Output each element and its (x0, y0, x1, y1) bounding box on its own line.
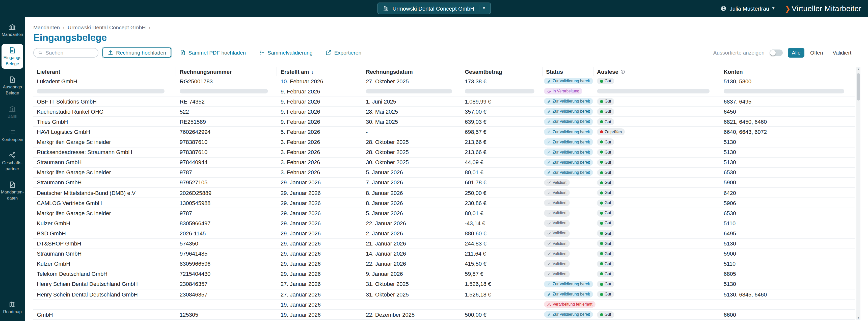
column-header-rechnungsdatum[interactable]: Rechnungsdatum (362, 67, 461, 76)
column-label: Konten (724, 68, 743, 75)
status-label: Zur Validierung bereit (553, 119, 590, 124)
table-row[interactable]: Markgr ifen Garage Sc ineider9783876103.… (33, 137, 856, 147)
column-header-auslese[interactable]: Auslese (593, 67, 720, 76)
table-row[interactable]: Deutscher Mittelstands-Bund (DMB) e.V202… (33, 188, 856, 198)
cell-gesamtbetrag (461, 89, 542, 93)
column-header-rechnungsnummer[interactable]: Rechnungsnummer (176, 67, 277, 76)
green-dot-icon (600, 191, 603, 194)
filter-offen-button[interactable]: Offen (806, 48, 827, 57)
cell-auslese: Gut (593, 179, 720, 186)
table-row[interactable]: BSD GmbH2026-114529. Januar 20262. Janua… (33, 229, 856, 239)
sidebar-item-mandanten[interactable]: Mandanten (1, 21, 23, 39)
column-label: Lieferant (37, 68, 60, 75)
status-badge: Zur Validierung bereit (544, 139, 593, 145)
cell-status: Zur Validierung bereit (542, 311, 593, 318)
loading-placeholder (465, 89, 534, 93)
table-row[interactable]: Markgr ifen Garage Sc ineider978729. Jan… (33, 208, 856, 218)
cell-rechnungsdatum: 30. Mai 2025 (362, 119, 461, 125)
company-selector[interactable]: Urmowski Dental Concept GmbH ▾ (377, 2, 491, 14)
green-dot-icon (600, 140, 603, 143)
filter-alle-button[interactable]: Alle (788, 48, 805, 57)
table-row[interactable]: CAMLOG Vertriebs GmbH130054598829. Janua… (33, 198, 856, 208)
table-row[interactable]: 9. Februar 2026In Verarbeitung (33, 86, 856, 96)
column-header-status[interactable]: Status (542, 67, 593, 76)
sidebar-item-eingangs-belege[interactable]: EingangsBelege (1, 44, 23, 69)
cell-rechnungsnummer: 2026D25889 (176, 190, 277, 196)
sidebar-item-mandantendaten[interactable]: Mandanten-daten (1, 178, 23, 203)
filter-group: AlleOffenValidiert (788, 48, 856, 57)
rechnung-hochladen-button[interactable]: Rechnung hochladen (102, 48, 171, 58)
auslese-label: Gut (604, 282, 611, 286)
cell-gesamtbetrag: 173,38 € (461, 78, 542, 84)
table-row[interactable]: Straumann GmbH9784409443. Februar 202630… (33, 157, 856, 168)
table-row[interactable]: Lukadent GmbHRG2500178310. Februar 20262… (33, 76, 856, 86)
cell-erstellt_am: 19. Januar 2026 (277, 312, 362, 318)
table-row[interactable]: OBF IT-Solutions GmbHRE-743529. Februar … (33, 96, 856, 107)
aussortierte-toggle[interactable] (770, 49, 783, 56)
column-header-lieferant[interactable]: Lieferant (33, 67, 176, 76)
scroll-up-icon[interactable]: ▲ (857, 67, 861, 71)
column-header-konten[interactable]: Konten (720, 67, 856, 76)
green-dot-icon (600, 222, 603, 225)
table-row[interactable]: HAVI Logistics GmbH76026429945. Februar … (33, 127, 856, 137)
table-row[interactable]: Markgr ifen Garage Sc ineider97873. Febr… (33, 168, 856, 178)
green-dot-icon (600, 232, 603, 235)
table-row[interactable]: Straumann GmbH97952710529. Januar 20267.… (33, 178, 856, 188)
auslese-label: Gut (604, 272, 611, 276)
column-header-gesamtbetrag[interactable]: Gesamtbetrag (461, 67, 542, 76)
breadcrumb-link-mandanten[interactable]: Mandanten (33, 24, 60, 30)
cell-auslese: Gut (593, 291, 720, 298)
status-badge: Validiert (544, 250, 569, 257)
exportieren-button[interactable]: Exportieren (321, 48, 366, 58)
vertical-scrollbar[interactable]: ▲ ▼ (857, 67, 861, 320)
check-icon (547, 272, 551, 276)
filter-validiert-button[interactable]: Validiert (829, 48, 856, 57)
table-row[interactable]: Kulzer GmbH830596659629. Januar 202622. … (33, 259, 856, 269)
sammel-pdf-hochladen-button[interactable]: Sammel PDF hochladen (175, 48, 251, 58)
status-label: Validiert (553, 261, 566, 266)
cell-rechnungsdatum: - (362, 301, 461, 308)
cell-status: Zur Validierung bereit (542, 291, 593, 298)
cell-auslese: Gut (593, 189, 720, 196)
table-row[interactable]: Rücksendeadresse: Straumann GmbH97838761… (33, 147, 856, 157)
search-box[interactable] (33, 48, 98, 57)
sammelvalidierung-button[interactable]: Sammelvalidierung (254, 48, 317, 58)
sidebar: MandantenEingangsBelegeAusgangsBelegeBan… (0, 17, 25, 321)
sidebar-item-kontenplan[interactable]: Kontenplan (1, 126, 23, 144)
search-input[interactable] (45, 50, 94, 56)
toggle-knob (770, 50, 776, 55)
check-icon (547, 231, 551, 235)
scroll-down-icon[interactable]: ▼ (857, 316, 861, 320)
cell-konten: 6640, 6643, 6072 (720, 129, 856, 135)
table-row[interactable]: --19. Januar 2026--Verarbeitung fehlerha… (33, 299, 856, 310)
breadcrumb-link-company[interactable]: Urmowski Dental Concept GmbH (68, 24, 146, 30)
table-row[interactable]: Straumann GmbH97964148529. Januar 202614… (33, 249, 856, 259)
table-row[interactable]: Telekom Deutschland GmbH721540443029. Ja… (33, 269, 856, 279)
sidebar-item-roadmap[interactable]: Roadmap (1, 298, 23, 317)
table-row[interactable]: Thies GmbHRE2515899. Februar 202630. Mai… (33, 117, 856, 127)
auslese-label: Gut (604, 180, 611, 185)
column-header-erstellt_am[interactable]: Erstellt am↓ (277, 67, 362, 76)
sidebar-item-ausgangs-belege[interactable]: AusgangsBelege (1, 73, 23, 98)
cell-rechnungsnummer: 979527105 (176, 180, 277, 186)
loading-placeholder (597, 89, 710, 93)
table-row[interactable]: Kulzer GmbH830596649729. Januar 202622. … (33, 218, 856, 229)
sidebar-item-geschaeftspartner[interactable]: Geschäfts-partner (1, 149, 23, 174)
cell-rechnungsnummer: RG25001783 (176, 78, 277, 84)
breadcrumb-separator: › (149, 24, 150, 30)
cell-gesamtbetrag: 639,03 € (461, 119, 542, 125)
sidebar-item-label: daten (7, 196, 18, 201)
scrollbar-thumb[interactable] (857, 73, 860, 100)
green-dot-icon (600, 100, 603, 103)
sidebar-item-bank[interactable]: Bank (1, 103, 23, 121)
brand-arrow-icon: ❯ (784, 4, 790, 12)
cell-konten: 6530 (720, 210, 856, 216)
table-row[interactable]: Henry Schein Dental Deutschland GmbH2308… (33, 279, 856, 289)
table-row[interactable]: DT&SHOP GmbH57435029. Januar 202621. Jan… (33, 239, 856, 249)
cell-auslese: Gut (593, 240, 720, 247)
table-row[interactable]: Henry Schein Dental Deutschland GmbH2308… (33, 289, 856, 299)
table-row[interactable]: Küchenstudio Runkel OHG5229. Februar 202… (33, 107, 856, 117)
table-row[interactable]: GmbH12530519. Januar 202622. Dezember 20… (33, 310, 856, 320)
user-menu[interactable]: Julia Musterfrau ▾ (720, 5, 775, 11)
cell-erstellt_am: 9. Februar 2026 (277, 109, 362, 115)
